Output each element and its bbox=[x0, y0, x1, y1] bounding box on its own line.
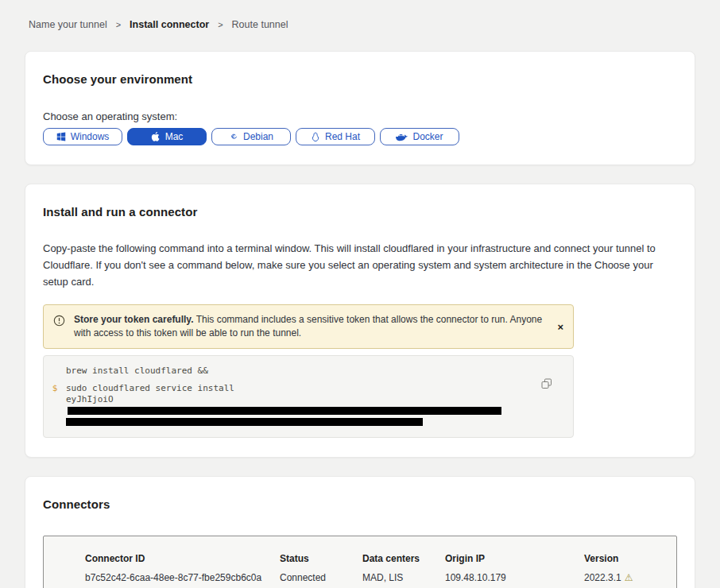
origin-ip-value: 109.48.10.179 bbox=[445, 572, 584, 583]
environment-card-title: Choose your environment bbox=[43, 72, 677, 86]
breadcrumb-separator: > bbox=[116, 20, 121, 29]
install-description: Copy-paste the following command into a … bbox=[43, 240, 675, 290]
windows-icon bbox=[56, 132, 66, 141]
table-header-origin-ip: Origin IP bbox=[445, 553, 584, 564]
table-header-connector-id: Connector ID bbox=[85, 553, 280, 564]
environment-card: Choose your environment Choose an operat… bbox=[25, 51, 695, 165]
copy-icon[interactable] bbox=[541, 378, 552, 392]
install-command-code-block: brew install cloudflared && $ sudo cloud… bbox=[43, 355, 574, 438]
code-line-service-install: $ sudo cloudflared service install eyJhI… bbox=[44, 383, 541, 426]
token-warning-text: Store your token carefully. This command… bbox=[74, 313, 549, 340]
version-value: 2022.3.1⚠ bbox=[584, 572, 668, 583]
code-command-line: sudo cloudflared service install bbox=[66, 383, 234, 393]
os-button-mac[interactable]: Mac bbox=[127, 128, 207, 145]
token-warning-banner: Store your token carefully. This command… bbox=[43, 304, 574, 349]
install-card: Install and run a connector Copy-paste t… bbox=[25, 184, 695, 458]
os-button-label: Red Hat bbox=[325, 131, 360, 142]
os-button-label: Windows bbox=[71, 131, 110, 142]
shell-prompt: $ bbox=[44, 383, 66, 426]
table-header-status: Status bbox=[280, 553, 362, 564]
connector-id-value: b7c52c42-6caa-48ee-8c77-fbe259cb6c0a bbox=[85, 572, 280, 583]
warning-triangle-icon: ⚠ bbox=[625, 572, 633, 583]
install-card-title: Install and run a connector bbox=[43, 205, 677, 219]
column-connector-id: Connector ID b7c52c42-6caa-48ee-8c77-fbe… bbox=[85, 553, 280, 583]
data-centers-value: MAD, LIS bbox=[362, 572, 445, 583]
os-button-redhat[interactable]: Red Hat bbox=[296, 128, 375, 145]
column-data-centers: Data centers MAD, LIS bbox=[362, 553, 445, 583]
alert-circle-icon bbox=[53, 313, 66, 340]
breadcrumb-step-name-tunnel[interactable]: Name your tunnel bbox=[29, 19, 107, 30]
breadcrumb-separator: > bbox=[218, 20, 223, 29]
debian-icon bbox=[229, 132, 238, 141]
os-button-label: Mac bbox=[165, 131, 184, 142]
column-status: Status Connected bbox=[280, 553, 362, 583]
os-button-windows[interactable]: Windows bbox=[43, 128, 122, 145]
token-prefix: eyJhIjoiO bbox=[66, 394, 114, 404]
main-content: Choose your environment Choose an operat… bbox=[25, 51, 695, 588]
breadcrumb-step-route-tunnel[interactable]: Route tunnel bbox=[232, 19, 288, 30]
redhat-icon bbox=[311, 132, 320, 142]
code-command-text: sudo cloudflared service install eyJhIjo… bbox=[66, 383, 541, 426]
docker-icon bbox=[396, 133, 408, 141]
breadcrumb-step-install-connector[interactable]: Install connector bbox=[130, 19, 209, 30]
redacted-token-bar bbox=[68, 407, 501, 415]
os-button-debian[interactable]: Debian bbox=[211, 128, 291, 145]
column-version: Version 2022.3.1⚠ bbox=[584, 553, 668, 583]
os-button-label: Docker bbox=[412, 131, 443, 142]
os-button-docker[interactable]: Docker bbox=[380, 128, 459, 145]
connectors-card-title: Connectors bbox=[43, 497, 677, 511]
breadcrumb: Name your tunnel > Install connector > R… bbox=[0, 0, 720, 30]
connectors-table: Connector ID b7c52c42-6caa-48ee-8c77-fbe… bbox=[43, 536, 677, 588]
connectors-card: Connectors Connector ID b7c52c42-6caa-48… bbox=[25, 476, 695, 588]
code-line-brew: brew install cloudflared && bbox=[44, 366, 541, 377]
close-icon[interactable]: × bbox=[557, 322, 563, 332]
os-select-label: Choose an operating system: bbox=[43, 110, 677, 122]
os-button-group: Windows Mac Debian Red Hat bbox=[43, 128, 677, 145]
token-warning-title: Store your token carefully. bbox=[74, 314, 194, 325]
redacted-token-bar bbox=[66, 418, 423, 426]
table-header-data-centers: Data centers bbox=[362, 553, 445, 564]
apple-icon bbox=[151, 131, 161, 142]
table-header-version: Version bbox=[584, 553, 668, 564]
version-number: 2022.3.1 bbox=[584, 572, 621, 583]
column-origin-ip: Origin IP 109.48.10.179 bbox=[445, 553, 584, 583]
os-button-label: Debian bbox=[243, 131, 273, 142]
status-badge: Connected bbox=[280, 572, 362, 583]
